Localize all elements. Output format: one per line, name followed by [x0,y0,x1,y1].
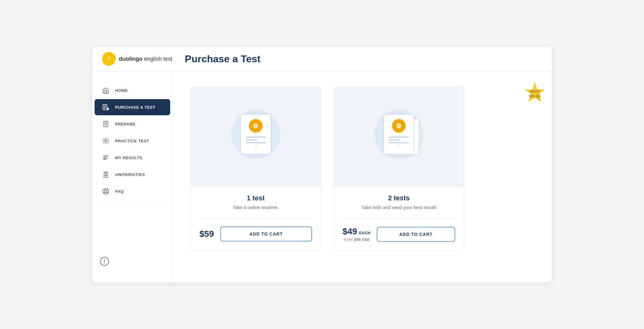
doc-lines [244,136,268,143]
universities-icon [102,171,110,178]
card-info-one: 1 test Take it online anytime. $59 ADD T… [191,187,321,250]
my-results-icon [102,154,110,161]
practice-test-icon [102,137,110,145]
sidebar: HOME PURCHASE A TEST [92,72,173,283]
doc-lines-front [387,136,411,143]
best-value-badge-container: BEST VALUE [521,81,549,109]
duolingo-logo-icon [102,52,116,66]
price-sub-row: $118 $98 total [343,236,371,242]
sidebar-item-universities[interactable]: UNIVERSITIES [95,166,170,183]
page-title: Purchase a Test [185,53,260,65]
sidebar-item-my-results[interactable]: MY RESULTS [95,150,170,166]
one-test-illustration [240,114,271,155]
svg-line-26 [107,189,108,191]
sidebar-item-label: HOME [115,88,128,93]
doc-line-short [246,139,258,141]
svg-line-24 [104,189,105,191]
svg-text:VALUE: VALUE [529,94,541,98]
sidebar-divider [100,204,165,205]
sidebar-bottom [92,251,173,273]
card-test-count-two: 2 tests [388,194,410,202]
card-image-area-two [334,87,464,187]
sidebar-item-label: FAQ [115,189,124,194]
sidebar-item-label: MY RESULTS [115,155,142,160]
sparkle-icon-br [254,145,258,149]
svg-line-25 [107,192,108,193]
add-to-cart-button-two[interactable]: ADD TO CART [377,227,455,242]
price-area-two: $49 EACH $118 $98 total [343,226,371,242]
card-divider [199,219,312,219]
doc-line [246,136,266,138]
doc-line-f2 [389,139,401,141]
doc-line-f1 [389,136,409,138]
purchase-test-icon [102,103,110,111]
two-tests-illustration [383,114,414,155]
card-test-count: 1 test [247,194,264,202]
settings-icon[interactable] [100,256,110,266]
sidebar-item-prepare[interactable]: PREPARE [95,116,170,132]
price-row: $49 EACH [343,226,371,236]
price-total: $98 total [354,237,370,242]
card-divider-two [343,219,455,219]
one-test-card: 1 test Take it online anytime. $59 ADD T… [190,87,321,250]
card-purchase-row-two: $49 EACH $118 $98 total ADD TO CART [343,226,455,242]
card-purchase-row: $59 ADD TO CART [199,226,312,241]
home-icon [102,87,110,94]
doc-line-2 [246,142,266,143]
main-price: $59 [199,229,214,239]
card-description-two: Take both and send your best result! [361,205,436,210]
svg-point-1 [107,57,111,60]
price-area-one: $59 [199,229,214,239]
app-window: duolingo english test Purchase a Test HO… [92,46,552,283]
nav-items: HOME PURCHASE A TEST [92,82,173,251]
logo-area: duolingo english test [102,52,172,66]
two-tests-card: 2 tests Take both and send your best res… [334,87,464,251]
logo-text: duolingo english test [119,56,172,62]
price-each: EACH [359,231,371,235]
prepare-icon [102,120,110,128]
page-content: 1 test Take it online anytime. $59 ADD T… [173,72,552,283]
sparkle-icon-tl [256,120,262,125]
doc-line-f3 [389,142,409,143]
svg-point-11 [105,140,107,142]
sidebar-item-purchase-a-test[interactable]: PURCHASE A TEST [95,99,170,115]
main-price-two: $49 [343,226,357,236]
svg-point-32 [398,125,400,127]
sidebar-item-label: PREPARE [115,122,135,126]
svg-text:BEST: BEST [530,89,539,93]
main-content: HOME PURCHASE A TEST [92,72,552,283]
sparkle-icon-br-two [397,144,401,148]
price-original: $118 [343,237,352,242]
faq-icon [102,188,110,195]
sparkle-icon-tl-two [398,118,403,123]
add-to-cart-button-one[interactable]: ADD TO CART [220,226,312,241]
svg-line-27 [104,192,105,193]
card-info-two: 2 tests Take both and send your best res… [334,187,464,251]
sidebar-item-label: UNIVERSITIES [115,172,145,177]
sidebar-item-home[interactable]: HOME [95,82,170,98]
sidebar-item-faq[interactable]: FAQ [95,183,170,199]
sidebar-item-label: PRACTICE TEST [115,139,149,143]
best-value-badge: BEST VALUE [521,81,549,109]
card-image-area-one [191,87,321,187]
sidebar-item-label: PURCHASE A TEST [115,105,155,110]
sidebar-item-practice-test[interactable]: PRACTICE TEST [95,133,170,149]
svg-marker-21 [104,172,108,173]
header: duolingo english test Purchase a Test [92,46,552,72]
card-description: Take it online anytime. [233,205,279,210]
